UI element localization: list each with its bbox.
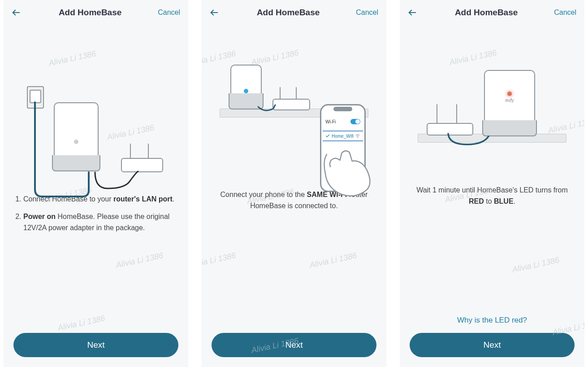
illustration-same-wifi: Wi-Fi Home_Wifi <box>202 23 386 189</box>
setup-screen-same-wifi: Alivia Li 1386 Alivia Li 1386 Alivia Li … <box>202 0 386 367</box>
back-button[interactable] <box>10 6 22 19</box>
next-button[interactable]: Next <box>212 333 376 357</box>
wifi-network-name: Home_Wifi <box>325 134 354 139</box>
top-bar: Add HomeBase Cancel <box>202 0 386 23</box>
back-button[interactable] <box>406 6 419 19</box>
screen-title: Add HomeBase <box>455 8 518 17</box>
screen-title: Add HomeBase <box>257 8 320 17</box>
top-bar: Add HomeBase Cancel <box>400 0 584 23</box>
cancel-button[interactable]: Cancel <box>158 9 180 17</box>
illustration-led-wait: eufy <box>400 23 584 185</box>
text: Home_Wifi <box>332 134 354 139</box>
cable-icon <box>400 23 584 203</box>
text-bold: Power on <box>23 213 56 220</box>
back-button[interactable] <box>208 6 220 19</box>
cable-icon <box>4 23 188 203</box>
arrow-left-icon <box>209 8 219 17</box>
setup-screen-wait-led: Alivia Li 1386 Alivia Li 1386 Alivia Li … <box>400 0 584 367</box>
next-button[interactable]: Next <box>13 333 178 357</box>
toggle-on-icon <box>350 119 360 124</box>
text: Wi-Fi <box>325 119 336 124</box>
wifi-icon <box>355 133 360 139</box>
cancel-button[interactable]: Cancel <box>554 9 576 17</box>
why-led-red-link[interactable]: Why is the LED red? <box>400 313 584 333</box>
next-button[interactable]: Next <box>410 333 575 357</box>
arrow-left-icon <box>11 8 21 17</box>
screen-title: Add HomeBase <box>59 8 121 17</box>
svg-point-2 <box>357 137 358 138</box>
phone-wifi-header: Wi-Fi <box>323 119 363 124</box>
spacer <box>202 212 386 333</box>
setup-screen-connect-router: Alivia Li 1386 Alivia Li 1386 Alivia Li … <box>4 0 188 367</box>
three-up-container: Alivia Li 1386 Alivia Li 1386 Alivia Li … <box>0 0 588 367</box>
illustration-connect-router <box>4 23 188 194</box>
instruction-step-2: Power on HomeBase. Please use the origin… <box>23 211 177 234</box>
phone-in-hand-icon: Wi-Fi Home_Wifi <box>312 104 370 203</box>
checkmark-icon <box>325 134 330 138</box>
top-bar: Add HomeBase Cancel <box>4 0 188 23</box>
phone-wifi-network-row: Home_Wifi <box>323 131 363 141</box>
hand-icon <box>321 147 373 201</box>
cancel-button[interactable]: Cancel <box>356 9 378 17</box>
spacer <box>4 240 188 333</box>
phone-notch-icon <box>333 107 352 111</box>
arrow-left-icon <box>407 8 417 17</box>
spacer <box>400 207 584 313</box>
